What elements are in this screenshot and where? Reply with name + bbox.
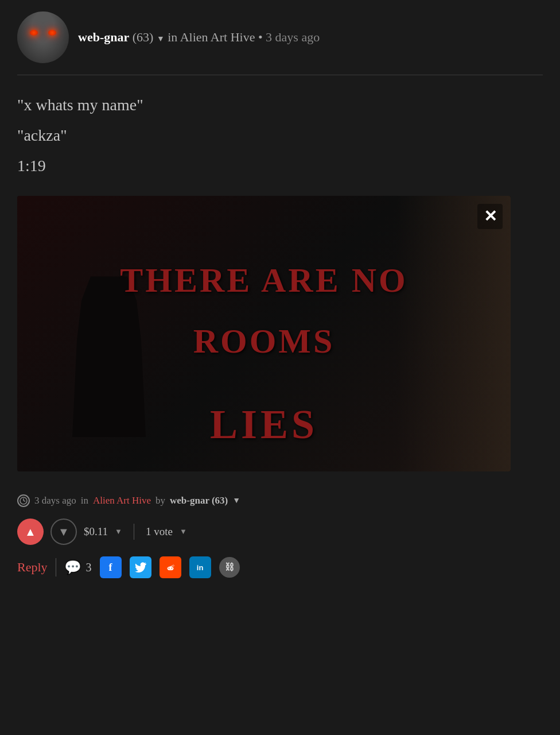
vote-row: ▲ ▼ $0.11 ▼ 1 vote ▼ — [17, 519, 543, 545]
twitter-share-button[interactable] — [130, 556, 151, 578]
svg-point-6 — [171, 568, 172, 569]
video-title-line1: THERE ARE NO — [120, 261, 407, 299]
comment-icon: 💬 — [64, 559, 81, 575]
twitter-icon — [135, 562, 146, 572]
post-text-line2: "ackza" — [17, 123, 543, 149]
avatar-eyes — [30, 30, 56, 36]
avatar[interactable] — [17, 11, 69, 63]
reddit-icon — [164, 561, 177, 574]
downvote-button[interactable]: ▼ — [50, 519, 77, 545]
linkedin-icon: in — [197, 563, 204, 572]
payout-dropdown-arrow[interactable]: ▼ — [115, 527, 122, 536]
avatar-eye-right — [48, 30, 56, 36]
avatar-face — [17, 11, 69, 63]
svg-point-9 — [173, 565, 174, 566]
upvote-icon: ▲ — [25, 526, 36, 537]
footer-clock-svg — [20, 497, 28, 505]
vote-count-dropdown[interactable]: ▼ — [180, 527, 187, 536]
footer-author-name[interactable]: web-gnar (63) — [170, 495, 228, 506]
video-container: THERE ARE NO ROOMS LIES Watch later — [17, 196, 511, 471]
post-header: web-gnar (63) ▼ in Alien Art Hive • 3 da… — [17, 11, 543, 75]
video-bottom-text: LIES — [210, 401, 318, 448]
author-dropdown-arrow[interactable]: ▼ — [157, 34, 165, 43]
footer-meta: 3 days ago in Alien Art Hive by web-gnar… — [17, 494, 543, 507]
facebook-share-button[interactable]: f — [100, 556, 122, 578]
clothing-rack-decoration — [396, 196, 511, 471]
comment-button[interactable]: 💬 3 — [64, 559, 92, 575]
svg-point-4 — [167, 567, 173, 571]
video-close-button[interactable]: ✕ — [477, 204, 503, 229]
post-footer: 3 days ago in Alien Art Hive by web-gnar… — [17, 489, 543, 578]
downvote-icon: ▼ — [58, 525, 69, 539]
action-row: Reply 💬 3 f — [17, 556, 543, 578]
comment-count: 3 — [86, 561, 92, 574]
footer-time: 3 days ago — [34, 495, 76, 506]
video-bg: THERE ARE NO ROOMS LIES — [17, 196, 511, 471]
post-time-header: 3 days ago — [266, 30, 320, 44]
footer-community-link[interactable]: Alien Art Hive — [93, 495, 151, 506]
footer-in: in — [81, 495, 88, 506]
vote-count: 1 vote — [146, 525, 173, 538]
link-share-button[interactable]: ⛓ — [219, 557, 240, 578]
payout-value: $0.11 — [84, 525, 108, 538]
action-divider — [56, 558, 56, 577]
video-title-line2: ROOMS — [120, 322, 407, 360]
footer-clock-icon — [17, 494, 30, 507]
vote-divider — [134, 524, 134, 540]
close-icon: ✕ — [484, 208, 497, 225]
bullet-separator: • — [258, 30, 266, 44]
link-icon: ⛓ — [225, 562, 234, 572]
author-score: (63) — [133, 30, 154, 44]
footer-author-dropdown[interactable]: ▼ — [232, 496, 240, 505]
post-text-line3: 1:19 — [17, 153, 543, 179]
reply-button[interactable]: Reply — [17, 560, 48, 575]
linkedin-share-button[interactable]: in — [189, 556, 211, 578]
post-body: "x whats my name" "ackza" 1:19 — [17, 92, 543, 179]
post-text-line1: "x whats my name" — [17, 92, 543, 118]
facebook-icon: f — [109, 562, 112, 574]
svg-point-5 — [168, 568, 169, 569]
footer-by: by — [155, 495, 165, 506]
post-container: web-gnar (63) ▼ in Alien Art Hive • 3 da… — [0, 0, 560, 590]
upvote-button[interactable]: ▲ — [17, 519, 44, 545]
author-line: web-gnar (63) ▼ in Alien Art Hive • 3 da… — [78, 30, 320, 45]
reddit-share-button[interactable] — [160, 556, 181, 578]
avatar-eye-left — [30, 30, 38, 36]
author-name[interactable]: web-gnar — [78, 30, 129, 44]
community-prefix: in — [168, 30, 180, 44]
post-meta: web-gnar (63) ▼ in Alien Art Hive • 3 da… — [78, 30, 320, 45]
svg-line-2 — [24, 501, 25, 501]
community-name[interactable]: Alien Art Hive — [180, 30, 255, 44]
